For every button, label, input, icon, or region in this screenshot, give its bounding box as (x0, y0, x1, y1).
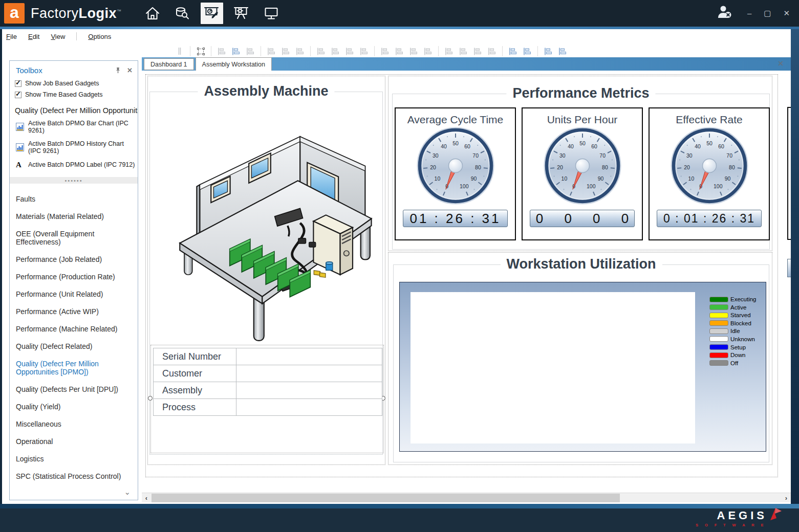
workbench-illustration (157, 106, 376, 347)
legend-label: Unknown (730, 336, 755, 342)
gauge-panel-average-cycle-time[interactable]: Average Cycle Time 010203040506070809010… (395, 107, 516, 240)
send-to-back-button[interactable] (557, 46, 568, 56)
toolbox-gadget-item[interactable]: AActive Batch DPMO Label (IPC 7912) (10, 158, 138, 172)
aegis-logo: AEGIS S O F T W A R E (696, 510, 784, 527)
scroll-right-arrow[interactable]: › (782, 493, 791, 502)
toolbox-category-performance-machine-related[interactable]: Performance (Machine Related) (15, 321, 126, 337)
svg-text:40: 40 (568, 143, 574, 149)
decrease-spacing-across-button[interactable] (408, 46, 419, 56)
toolbox-gadget-item[interactable]: Active Batch DPMO History Chart (IPC 926… (10, 137, 138, 158)
make-same-height-button[interactable] (330, 46, 341, 56)
toolbox-category-spc-statistical-process-control[interactable]: SPC (Statistical Process Control) (15, 468, 126, 484)
center-horizontally-button[interactable] (507, 46, 519, 56)
gadget-label: Active Batch DPMO History Chart (IPC 926… (28, 140, 138, 154)
toolbox-category-performance-job-related[interactable]: Performance (Job Related) (15, 251, 126, 268)
toolbox-splitter[interactable]: •••••• (10, 177, 138, 184)
gauge-panel-units-per-hour[interactable]: Units Per Hour 0102030405060708090100 0 … (522, 107, 643, 240)
toolbox-category-performance-active-wip[interactable]: Performance (Active WIP) (15, 303, 126, 320)
user-disconnected-icon[interactable] (717, 5, 734, 22)
menu-item-view[interactable]: View (51, 33, 65, 40)
svg-text:50: 50 (706, 140, 712, 146)
minimize-button[interactable]: – (747, 9, 751, 18)
svg-text:80: 80 (475, 164, 481, 170)
aegis-wordmark: AEGIS (717, 510, 767, 521)
align-rights-button[interactable] (245, 46, 256, 56)
center-vertically-button[interactable] (522, 46, 533, 56)
legend-item-idle: Idle (709, 328, 757, 334)
toolbox-category-operational[interactable]: Operational (15, 433, 126, 450)
menu-bar: FileEditViewOptions (6, 32, 111, 40)
toolbox-category-logistics[interactable]: Logistics (15, 451, 126, 467)
row-value (236, 365, 382, 382)
align-lefts-button[interactable] (216, 46, 227, 56)
monitor-icon[interactable] (260, 3, 283, 24)
toolbox-category-quality-defect-related[interactable]: Quality (Defect Related) (15, 338, 126, 354)
decrease-spacing-down-button[interactable] (472, 46, 483, 56)
size-to-grid-button[interactable] (358, 46, 370, 56)
toolbox-category-quality-defects-per-unit-dpu[interactable]: Quality (Defects Per Unit [DPU]) (15, 381, 126, 397)
row-value (236, 382, 382, 399)
toolbox-category-materials-material-related[interactable]: Materials (Material Related) (15, 208, 126, 225)
close-button[interactable]: ✕ (783, 9, 790, 18)
toolbox-category-oee-overall-equipment-effectiveness[interactable]: OEE (Overall Equipment Effectiveness) (15, 226, 126, 250)
toolbox-close-icon[interactable]: ✕ (127, 66, 133, 74)
horizontal-scrollbar[interactable]: ‹ › (142, 493, 791, 502)
assembly-machine-group[interactable]: Assembly Machine (149, 92, 383, 455)
dashboard-designer-icon[interactable] (201, 3, 223, 24)
design-canvas[interactable]: Assembly Machine (142, 71, 791, 493)
legend-item-down: Down (709, 352, 757, 358)
unit-info-table[interactable]: Serial NumberCustomerAssemblyProcess (153, 348, 382, 416)
gauge-panel-effective-rate[interactable]: Effective Rate 0102030405060708090100 0 … (649, 107, 770, 240)
app-logo: a (4, 3, 25, 24)
menu-item-file[interactable]: File (6, 33, 17, 40)
checkbox[interactable]: ✓ (15, 92, 21, 98)
svg-text:10: 10 (688, 175, 694, 182)
toolbox-category-quality-yield[interactable]: Quality (Yield) (15, 398, 126, 415)
increase-spacing-down-button[interactable] (458, 46, 469, 56)
checkbox[interactable]: ✓ (15, 80, 21, 87)
increase-spacing-across-button[interactable] (394, 46, 405, 56)
transform-tool-button[interactable] (195, 46, 206, 56)
window-body: FileEditViewOptions Toolbox ✕ ✓Show Job … (0, 29, 799, 504)
align-centers-button[interactable] (230, 46, 242, 56)
equal-spacing-down-button[interactable] (443, 46, 455, 56)
scroll-left-arrow[interactable]: ‹ (142, 493, 151, 502)
resize-handle-left[interactable] (148, 396, 153, 401)
toolbox-category-miscellaneous[interactable]: Miscellaneous (15, 416, 126, 432)
bring-to-front-button[interactable] (543, 46, 554, 56)
legend-item-unknown: Unknown (709, 336, 757, 342)
tab-dashboard-1[interactable]: Dashboard 1 (144, 58, 194, 70)
align-tops-button[interactable] (266, 46, 277, 56)
toolbox-category-faults[interactable]: Faults (15, 191, 126, 207)
align-bottoms-button[interactable] (294, 46, 306, 56)
toolbox-category-performance-production-rate[interactable]: Performance (Production Rate) (15, 269, 126, 285)
tab-assembly-workstation[interactable]: Assembly Workstation (196, 57, 272, 71)
align-middles-button[interactable] (280, 46, 291, 56)
pin-icon[interactable] (115, 67, 121, 74)
menu-separator (76, 32, 77, 40)
remove-spacing-down-button[interactable] (486, 46, 498, 56)
toolbox-gadget-item[interactable]: Active Batch DPMO Bar Chart (IPC 9261) (10, 117, 138, 137)
scroll-down-chevron-icon[interactable]: ⌄ (124, 487, 131, 497)
toolbox-category-quality-defect-per-million-opportunities-dpmo[interactable]: Quality (Defect Per Million Opportunitie… (15, 356, 126, 380)
dashboard-settings-icon[interactable] (230, 3, 253, 24)
remove-spacing-across-button[interactable] (422, 46, 434, 56)
row-label: Customer (154, 365, 236, 382)
toolbox-checkbox-row: ✓Show Time Based Gadgets (10, 89, 138, 100)
gauge-digital-display: 01 : 26 : 31 (403, 210, 508, 227)
make-same-width-button[interactable] (315, 46, 327, 56)
home-icon[interactable] (141, 3, 164, 24)
scrollbar-thumb[interactable] (152, 494, 620, 502)
legend-swatch (709, 297, 728, 302)
menu-item-options[interactable]: Options (88, 33, 111, 40)
menu-item-edit[interactable]: Edit (28, 33, 39, 40)
tab-close-icon[interactable]: ✕ (778, 59, 784, 68)
workstation-utilization-group[interactable]: Workstation Utilization ExecutingActiveS… (393, 264, 769, 462)
performance-metrics-group[interactable]: Performance Metrics Average Cycle Time 0… (392, 94, 770, 250)
toolbox-category-performance-unit-related[interactable]: Performance (Unit Related) (15, 286, 126, 302)
maximize-button[interactable]: ▢ (764, 9, 771, 18)
data-search-icon[interactable] (171, 3, 193, 24)
equal-spacing-across-button[interactable] (379, 46, 391, 56)
make-same-size-button[interactable] (344, 46, 355, 56)
toolbar-grip[interactable] (174, 46, 185, 56)
